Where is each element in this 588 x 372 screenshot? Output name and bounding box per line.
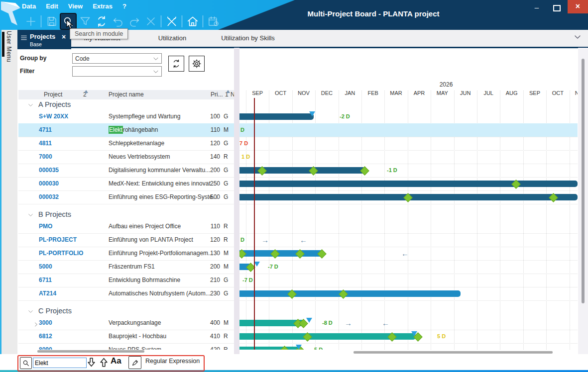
- tab-utilization-by-skills[interactable]: Utilization by Skills: [203, 33, 293, 44]
- redo-button[interactable]: [126, 13, 142, 30]
- tabbar-chevron-down-icon[interactable]: [573, 32, 583, 42]
- menu-item-[interactable]: ?: [122, 2, 126, 10]
- add-button[interactable]: [22, 13, 39, 30]
- milestone-triangle-icon[interactable]: [309, 111, 315, 116]
- tools-button[interactable]: [163, 13, 180, 30]
- project-row-000035[interactable]: 000035Digitalisierung kommunaler Verwalt…: [18, 164, 578, 178]
- menu-item-edit[interactable]: Edit: [46, 2, 58, 10]
- project-row-8090[interactable]: 8090Neues PPS-System420R5 D: [18, 343, 578, 350]
- project-row-6812[interactable]: 6812Bauprojekt - Hochbau410R5 D: [18, 330, 578, 344]
- project-code[interactable]: 3000: [39, 316, 52, 330]
- project-row-pl-project[interactable]: PL-PROJECTEinführung von PLANTA Project1…: [18, 233, 578, 247]
- project-code[interactable]: PL-PORTFOLIO: [39, 247, 83, 260]
- project-code[interactable]: 4811: [39, 137, 52, 150]
- regex-label[interactable]: Regular Expression: [145, 358, 200, 365]
- match-case-toggle[interactable]: Aa: [111, 356, 121, 366]
- filter-dropdown[interactable]: [72, 66, 162, 77]
- col-priority[interactable]: Pri...: [211, 90, 223, 99]
- gantt-bar[interactable]: [239, 113, 314, 120]
- project-code[interactable]: 6812: [39, 330, 52, 343]
- search-icon[interactable]: [20, 357, 32, 369]
- project-row-pl-portfolio[interactable]: PL-PORTFOLIOEinführung Projekt-Portfolio…: [18, 247, 578, 261]
- save-button[interactable]: [43, 13, 60, 30]
- project-row-6711[interactable]: 6711Entwicklung Bohrmaschine210G-7 D: [18, 274, 578, 287]
- close-button[interactable]: ×: [568, 0, 588, 13]
- project-row-at214[interactable]: AT214Automatisches Notrufsystem (Autom..…: [18, 287, 578, 301]
- gantt-year-label: 2026: [426, 81, 466, 88]
- project-row-pmo[interactable]: PMOAufbau eines Project Office110R: [18, 220, 578, 234]
- project-code[interactable]: 4711: [39, 123, 52, 137]
- panel-splitter[interactable]: [234, 48, 239, 354]
- group-by-value: Code: [75, 55, 90, 62]
- search-next-button[interactable]: [86, 357, 97, 368]
- project-code[interactable]: 000032: [39, 190, 59, 204]
- title-bar: DataEditViewExtras? Multi-Project Board …: [0, 0, 588, 30]
- project-code[interactable]: 5000: [39, 260, 52, 274]
- refresh-module-button[interactable]: [168, 56, 184, 72]
- project-flag: M: [224, 123, 229, 137]
- milestone-triangle-icon[interactable]: [296, 345, 302, 350]
- milestone-triangle-icon[interactable]: [306, 318, 312, 323]
- project-code[interactable]: 6711: [39, 274, 52, 287]
- menu-item-view[interactable]: View: [68, 2, 83, 10]
- table-hscrollbar-thumb[interactable]: [37, 350, 144, 353]
- project-code[interactable]: PL-PROJECT: [39, 233, 77, 247]
- project-code[interactable]: 000030: [39, 177, 59, 190]
- menu-item-extras[interactable]: Extras: [93, 2, 113, 10]
- tab-projects-active[interactable]: Projects × Base: [17, 30, 71, 49]
- chevron-down-icon[interactable]: [27, 101, 34, 108]
- gantt-bar[interactable]: [239, 290, 461, 297]
- project-row-4811[interactable]: 4811Schleppkettenanlage120G7 D: [18, 137, 578, 151]
- delay-label: 7 D: [239, 137, 248, 150]
- project-code[interactable]: 8090: [39, 343, 52, 350]
- group-header-b-projects[interactable]: B Projects: [18, 209, 578, 220]
- project-code[interactable]: 7000: [39, 150, 52, 164]
- chevron-down-icon[interactable]: [27, 211, 34, 218]
- tab-close-icon[interactable]: ×: [62, 33, 66, 41]
- gantt-bar[interactable]: [239, 347, 301, 350]
- search-input[interactable]: [33, 358, 87, 368]
- hamburger-icon[interactable]: [20, 34, 28, 42]
- delete-button[interactable]: [142, 13, 159, 30]
- user-menu-label[interactable]: User Menu: [5, 31, 12, 91]
- sort-asc-icon: [84, 90, 88, 93]
- group-header-a-projects[interactable]: A Projects: [18, 99, 578, 110]
- group-header-c-projects[interactable]: C Projects: [18, 305, 578, 316]
- milestone-triangle-icon[interactable]: [411, 331, 417, 336]
- delay-label: 1 D: [241, 150, 250, 164]
- group-by-dropdown[interactable]: Code: [72, 53, 162, 64]
- chevron-down-icon[interactable]: [27, 308, 34, 314]
- project-row-4711[interactable]: 4711Elektrohängebahn110MD: [18, 123, 578, 137]
- maximize-button[interactable]: [548, 2, 565, 13]
- search-previous-button[interactable]: [98, 357, 110, 368]
- filter-button[interactable]: [77, 13, 93, 30]
- project-row-000032[interactable]: 000032Einführung eines ESG-Reporting-Sys…: [18, 190, 578, 204]
- project-row-7000[interactable]: 7000Neues Vertriebssystem140R1 D: [18, 150, 578, 164]
- settings-button[interactable]: [189, 56, 205, 72]
- project-code[interactable]: PMO: [39, 220, 52, 233]
- project-row-3000[interactable]: 3000Verpackungsanlage400M-8 D→←: [18, 316, 578, 330]
- col-project[interactable]: Project: [44, 90, 62, 99]
- undo-button[interactable]: [110, 13, 126, 30]
- gantt-bar[interactable]: [239, 250, 323, 257]
- menu-item-data[interactable]: Data: [22, 2, 36, 10]
- refresh-button[interactable]: [93, 13, 110, 30]
- gantt-bar[interactable]: [239, 181, 578, 187]
- constraint-arrow-left-icon: ←: [401, 247, 409, 260]
- gantt-hscrollbar-thumb[interactable]: [353, 351, 553, 354]
- col-project-name[interactable]: Project name: [109, 90, 144, 99]
- home-button[interactable]: [184, 13, 201, 30]
- project-code[interactable]: 000035: [39, 164, 59, 177]
- highlight-toggle[interactable]: [128, 356, 141, 369]
- project-row-000030[interactable]: 000030MedX-Next: Entwicklung eines innov…: [18, 177, 578, 191]
- project-row-s-w-20xx[interactable]: S+W 20XXSystempflege und Wartung100G-2 D: [18, 110, 578, 124]
- gear-icon: [192, 59, 202, 69]
- project-row-5000[interactable]: 5000Fräszentrum FS1200M-7 D: [18, 260, 578, 274]
- vertical-scrollbar-thumb[interactable]: [582, 59, 585, 303]
- minimize-button[interactable]: –: [528, 2, 545, 13]
- sidebar-handle[interactable]: [2, 32, 4, 57]
- project-code[interactable]: AT214: [39, 287, 56, 300]
- expand-chevron-icon[interactable]: [33, 320, 39, 326]
- calendar-button[interactable]: [205, 13, 222, 30]
- project-code[interactable]: S+W 20XX: [39, 110, 68, 123]
